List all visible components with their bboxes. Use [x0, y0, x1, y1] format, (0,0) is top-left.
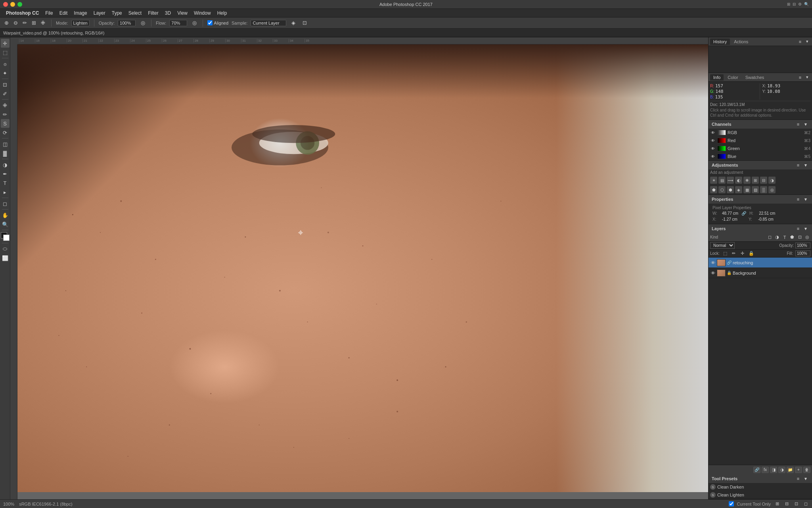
menu-select[interactable]: Select — [126, 10, 144, 17]
canvas-area[interactable]: 14 16 18 20 21 22 23 24 25 26 27 28 29 3… — [10, 37, 708, 499]
channel-red-eye[interactable]: 👁 — [710, 139, 716, 143]
menu-view[interactable]: View — [174, 10, 190, 17]
lock-paint[interactable]: ✏ — [731, 250, 737, 257]
layers-mode-select[interactable]: Normal Multiply Screen Lighten — [710, 242, 735, 249]
tool-history-brush[interactable]: ⟳ — [1, 128, 10, 137]
history-panel-collapse[interactable]: ▾ — [804, 38, 810, 45]
traffic-lights[interactable] — [3, 2, 22, 7]
menu-file[interactable]: File — [42, 10, 56, 17]
fill-input[interactable] — [795, 250, 810, 256]
menu-image[interactable]: Image — [71, 10, 90, 17]
layers-menu[interactable]: ≡ — [795, 225, 801, 232]
tab-color[interactable]: Color — [724, 74, 741, 81]
minimize-button[interactable] — [10, 2, 15, 7]
adjustments-header[interactable]: Adjustments ≡ ▾ — [709, 161, 812, 169]
adj-threshold[interactable]: ▧ — [752, 186, 759, 193]
layer-group-btn[interactable]: 📁 — [787, 467, 794, 473]
filter-adj[interactable]: ◑ — [774, 234, 780, 241]
menu-photoshop[interactable]: Photoshop CC — [3, 10, 42, 17]
layers-header[interactable]: Layers ≡ ▾ — [709, 224, 812, 233]
options-icon-1[interactable]: ⊕ — [2, 19, 10, 27]
tool-healing[interactable]: ✙ — [1, 101, 10, 110]
tool-clone-stamp[interactable]: S — [1, 119, 10, 128]
adj-exposure[interactable]: ◐ — [735, 177, 742, 184]
filter-type[interactable]: T — [781, 234, 788, 241]
layer-retouching-eye[interactable]: 👁 — [710, 260, 716, 265]
props-collapse[interactable]: ▾ — [802, 196, 809, 202]
menu-edit[interactable]: Edit — [57, 10, 71, 17]
options-icon-heal[interactable]: ✙ — [39, 19, 47, 27]
pressure-opacity-icon[interactable]: ◎ — [139, 19, 147, 27]
lock-transparent[interactable]: ⬚ — [722, 250, 728, 257]
channel-rgb-eye[interactable]: 👁 — [710, 131, 716, 135]
adj-collapse[interactable]: ▾ — [802, 162, 809, 168]
layer-link-btn[interactable]: 🔗 — [753, 467, 760, 473]
title-bar-controls[interactable]: ⊞ ⊟ ⚙ 🔍 — [787, 2, 809, 6]
color-swatches[interactable] — [1, 232, 10, 241]
layer-adj-btn[interactable]: ◑ — [778, 467, 785, 473]
menu-3d[interactable]: 3D — [162, 10, 174, 17]
channel-green[interactable]: 👁 Green ⌘4 — [709, 144, 812, 152]
presets-menu[interactable]: ≡ — [795, 475, 801, 482]
tool-presets-header[interactable]: Tool Presets ≡ ▾ — [709, 474, 812, 483]
tool-mask-mode[interactable]: ⬭ — [1, 244, 10, 253]
layer-style-btn[interactable]: fx — [762, 467, 769, 473]
tool-hand[interactable]: ✋ — [1, 211, 10, 219]
tool-eyedropper[interactable]: ✐ — [1, 89, 10, 98]
status-icon3[interactable]: ⊡ — [793, 501, 799, 507]
adj-black-white[interactable]: ◑ — [768, 177, 776, 184]
opacity-value[interactable]: 100% — [118, 20, 136, 26]
adj-invert[interactable]: ◈ — [735, 186, 742, 193]
layer-delete-btn[interactable]: 🗑 — [803, 467, 810, 473]
tool-move[interactable]: ✛ — [1, 39, 10, 48]
ignore-adjustments-icon[interactable]: ◈ — [289, 19, 297, 27]
tab-actions[interactable]: Actions — [731, 38, 751, 45]
options-icon-brush[interactable]: ✏ — [21, 19, 29, 27]
clone-options-icon[interactable]: ⊡ — [301, 19, 308, 27]
flow-value[interactable]: 70% — [169, 20, 187, 26]
props-menu[interactable]: ≡ — [795, 196, 801, 202]
pressure-flow-icon[interactable]: ◎ — [190, 19, 198, 27]
presets-collapse[interactable]: ▾ — [802, 475, 809, 482]
filter-toggle[interactable]: ◎ — [804, 234, 810, 241]
options-icon-clone[interactable]: ⊞ — [30, 19, 38, 27]
channels-menu[interactable]: ≡ — [795, 121, 801, 127]
properties-header[interactable]: Properties ≡ ▾ — [709, 195, 812, 204]
info-panel-menu[interactable]: ≡ — [797, 74, 803, 81]
layers-collapse[interactable]: ▾ — [802, 225, 809, 232]
layer-retouching[interactable]: 👁 🔗 retouching — [709, 258, 812, 268]
tool-pen[interactable]: ✒ — [1, 169, 10, 178]
tool-gradient[interactable]: ▓ — [1, 149, 10, 158]
options-icon-2[interactable]: ⊖ — [11, 19, 19, 27]
history-panel-menu[interactable]: ≡ — [797, 38, 803, 45]
menu-help[interactable]: Help — [214, 10, 230, 17]
tool-text[interactable]: T — [1, 179, 10, 187]
tab-swatches[interactable]: Swatches — [742, 74, 768, 81]
tool-zoom[interactable]: 🔍 — [1, 220, 10, 229]
menu-layer[interactable]: Layer — [91, 10, 108, 17]
tool-screen-mode[interactable]: ⬜ — [1, 254, 10, 262]
aligned-check[interactable] — [207, 20, 213, 25]
tab-info[interactable]: Info — [710, 74, 724, 81]
current-tool-only-check[interactable] — [729, 501, 734, 506]
lock-position[interactable]: ✛ — [739, 250, 746, 257]
photo-canvas[interactable] — [17, 44, 708, 492]
tool-marquee[interactable]: ⬚ — [1, 48, 10, 57]
filter-shape[interactable]: ⬟ — [789, 234, 795, 241]
filter-pixel[interactable]: ◻ — [766, 234, 773, 241]
adj-posterize[interactable]: ▦ — [743, 186, 751, 193]
tool-quick-select[interactable]: ✦ — [1, 69, 10, 77]
adj-levels[interactable]: ▤ — [718, 177, 726, 184]
adj-color-lookup[interactable]: ⬢ — [727, 186, 734, 193]
tool-crop[interactable]: ⊡ — [1, 80, 10, 89]
tab-history[interactable]: History — [710, 38, 730, 45]
adj-selective-color[interactable]: ◎ — [768, 186, 776, 193]
tool-shape[interactable]: ◻ — [1, 199, 10, 208]
menu-type[interactable]: Type — [109, 10, 125, 17]
adj-color-balance[interactable]: ⊟ — [760, 177, 767, 184]
layer-retouching-chain[interactable]: 🔗 — [727, 260, 732, 265]
tool-dodge[interactable]: ◑ — [1, 160, 10, 169]
tool-brush[interactable]: ✏ — [1, 110, 10, 119]
adj-gradient-map[interactable]: ▒ — [760, 186, 767, 193]
layer-bg-eye[interactable]: 👁 — [710, 271, 716, 275]
